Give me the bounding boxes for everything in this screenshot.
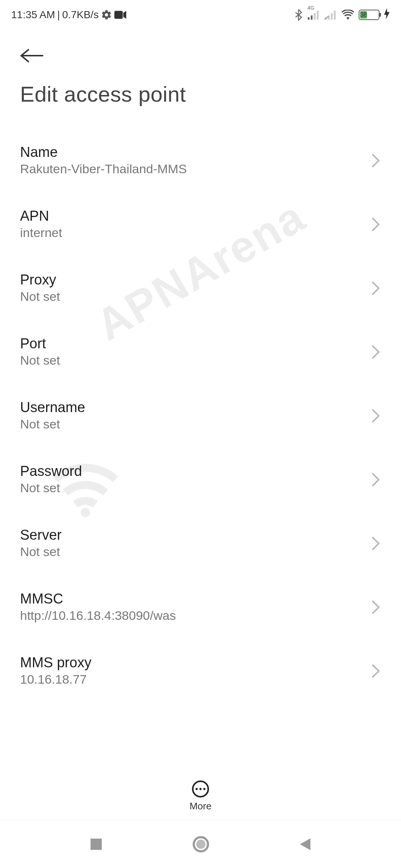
svg-rect-2	[311, 16, 313, 20]
svg-rect-8	[334, 11, 336, 20]
status-time: 11:35 AM	[11, 9, 55, 21]
svg-point-17	[196, 839, 206, 849]
gear-icon	[101, 9, 112, 20]
chevron-right-icon	[371, 664, 381, 680]
svg-point-12	[196, 788, 198, 790]
row-mmsc-value: http://10.16.18.4:38090/was	[20, 608, 176, 623]
status-network-speed: 0.7KB/s	[62, 9, 99, 21]
status-bar-right: 4G 38	[294, 8, 390, 22]
row-password-label: Password	[20, 463, 82, 479]
row-apn-value: internet	[20, 226, 62, 240]
more-horizontal-icon	[191, 780, 210, 798]
row-name-label: Name	[20, 144, 187, 160]
page-title: Edit access point	[20, 82, 381, 106]
row-port-label: Port	[20, 336, 60, 352]
chevron-right-icon	[371, 345, 381, 361]
row-password-value: Not set	[20, 481, 82, 495]
svg-point-13	[199, 788, 202, 790]
row-proxy-value: Not set	[20, 289, 60, 304]
status-separator: |	[57, 9, 60, 21]
network-type-label: 4G	[307, 5, 314, 11]
row-apn[interactable]: APN internet	[0, 193, 401, 256]
chevron-right-icon	[371, 281, 381, 297]
nav-recents-button[interactable]	[89, 837, 103, 851]
wifi-icon	[342, 10, 354, 20]
row-mmsc[interactable]: MMSC http://10.16.18.4:38090/was	[0, 575, 401, 639]
svg-rect-15	[91, 838, 102, 849]
svg-rect-4	[317, 11, 319, 20]
system-nav-bar	[0, 820, 401, 868]
charging-icon	[384, 8, 390, 22]
bluetooth-icon	[294, 9, 303, 21]
chevron-right-icon	[371, 536, 381, 552]
row-mms-proxy-label: MMS proxy	[20, 655, 91, 671]
svg-rect-1	[308, 17, 310, 20]
chevron-right-icon	[371, 472, 381, 489]
page-header: Edit access point	[0, 30, 401, 114]
bottom-toolbar: More	[0, 772, 401, 820]
row-username-value: Not set	[20, 417, 85, 431]
row-mms-proxy[interactable]: MMS proxy 10.16.18.77	[0, 639, 401, 703]
svg-point-14	[203, 788, 206, 790]
camera-icon	[114, 10, 126, 19]
back-arrow-icon	[20, 48, 44, 63]
chevron-right-icon	[371, 153, 381, 170]
svg-rect-0	[114, 11, 123, 19]
row-username[interactable]: Username Not set	[0, 384, 401, 448]
row-name[interactable]: Name Rakuten-Viber-Thailand-MMS	[0, 129, 401, 193]
row-port[interactable]: Port Not set	[0, 320, 401, 384]
status-bar: 11:35 AM | 0.7KB/s 4G 38	[0, 0, 401, 30]
more-label: More	[189, 800, 211, 812]
more-button[interactable]: More	[189, 780, 211, 812]
square-icon	[89, 837, 103, 851]
row-port-value: Not set	[20, 353, 60, 368]
nav-home-button[interactable]	[192, 836, 209, 853]
row-apn-label: APN	[20, 208, 62, 224]
settings-list: Name Rakuten-Viber-Thailand-MMS APN inte…	[0, 114, 401, 703]
back-button[interactable]	[20, 45, 44, 67]
row-proxy-label: Proxy	[20, 272, 60, 288]
row-name-value: Rakuten-Viber-Thailand-MMS	[20, 162, 187, 176]
row-server[interactable]: Server Not set	[0, 512, 401, 575]
chevron-right-icon	[371, 408, 381, 425]
battery-level: 38	[360, 11, 367, 19]
triangle-left-icon	[299, 837, 312, 852]
row-username-label: Username	[20, 400, 85, 415]
battery-indicator: 38	[359, 10, 379, 20]
signal-4g-icon: 4G	[307, 10, 320, 20]
row-proxy[interactable]: Proxy Not set	[0, 256, 401, 320]
circle-icon	[192, 836, 209, 853]
content-scroll-area[interactable]: Edit access point APNArena Name Rakuten-…	[0, 30, 401, 757]
signal-no-sim-icon	[325, 10, 337, 20]
svg-rect-3	[314, 13, 316, 20]
row-mmsc-label: MMSC	[20, 591, 176, 607]
row-password[interactable]: Password Not set	[0, 448, 401, 512]
chevron-right-icon	[371, 600, 381, 616]
row-mms-proxy-value: 10.16.18.77	[20, 672, 91, 687]
nav-back-button[interactable]	[299, 837, 312, 852]
status-bar-left: 11:35 AM | 0.7KB/s	[11, 9, 126, 21]
row-server-label: Server	[20, 527, 62, 543]
chevron-right-icon	[371, 217, 381, 233]
row-server-value: Not set	[20, 545, 62, 559]
svg-rect-7	[331, 13, 333, 20]
